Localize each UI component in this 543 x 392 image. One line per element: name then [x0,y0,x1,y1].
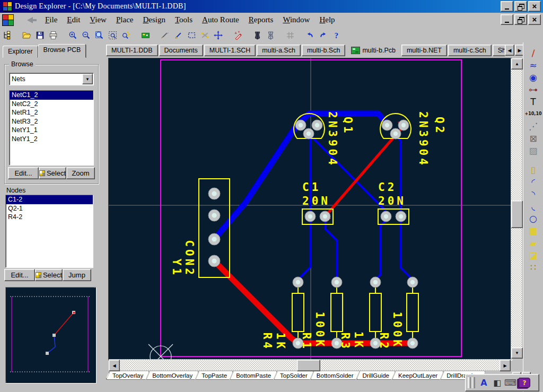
wand-icon[interactable] [231,29,244,41]
pcb-canvas[interactable]: C1 20N C2 20N Q1 2N3904 Q2 2N3904 Y1 CON… [109,58,511,359]
restore-button[interactable] [514,1,527,12]
label-c2-designator[interactable]: C2 [378,181,397,194]
label-r1-designator[interactable]: R1 [300,333,313,351]
place-pad-icon[interactable]: ⊶ [527,83,540,95]
route-line-icon[interactable] [172,29,185,41]
label-q2-comment[interactable]: 2N3904 [417,111,430,168]
net-item-netr3-2[interactable]: NetR3_2 [10,117,93,126]
doc-tab-sheet1-sch[interactable]: Sheet1.Sch [493,45,505,56]
label-r3-designator[interactable]: R3 [339,333,352,351]
help-book-icon[interactable]: ? [519,378,530,388]
doc-tab-multi-c-sch[interactable]: multi-c.Sch [448,45,492,56]
layer-tab-bottomoverlay[interactable]: BottomOverlay [146,371,198,380]
horizontal-scroll-thumb[interactable] [297,360,320,371]
node-item-r4-2[interactable]: R4-2 [6,213,93,222]
net-item-nety1-2[interactable]: NetY1_2 [10,135,93,144]
zoom-area-icon[interactable] [106,29,119,41]
net-item-netc1-2[interactable]: NetC1_2 [10,91,93,100]
menu-reports[interactable]: Reports [244,14,278,25]
explorer-panel-icon[interactable] [1,29,13,41]
horizontal-scrollbar[interactable] [109,360,511,370]
grid-icon[interactable] [284,29,296,41]
menu-design[interactable]: Design [138,14,170,25]
node-edit-button[interactable]: Edit... [4,269,35,281]
shield-dark-icon[interactable] [251,29,264,41]
place-coordinate-icon[interactable]: +10,10 [527,108,540,120]
menu-tools[interactable]: Tools [170,14,197,25]
label-r2-designator[interactable]: R2 [378,333,390,351]
shield-light-icon[interactable] [264,29,277,41]
label-r1-comment[interactable]: 100K [313,311,326,349]
doc-tab-multi-1-sch[interactable]: MULTI-1.SCH [204,45,256,56]
mdi-restore-button[interactable] [514,14,527,25]
doc-tab-scroll-left-button[interactable] [505,45,514,56]
layer-tab-keepoutlayer[interactable]: KeepOutLayer [392,371,443,380]
net-item-nety1-1[interactable]: NetY1_1 [10,126,93,135]
net-zoom-button[interactable]: Zoom [66,167,95,179]
place-arc-angle-icon[interactable]: ◟ [527,200,540,212]
net-edit-button[interactable]: Edit... [8,167,39,179]
place-split-plane-icon[interactable]: ◪ [527,249,540,261]
place-polygon-icon[interactable]: ▰ [527,237,540,249]
panel-tab-browse-pcb[interactable]: Browse PCB [38,44,86,58]
vertical-scrollbar[interactable] [511,58,522,359]
redo-icon[interactable] [317,29,329,41]
zoom-point-icon[interactable] [119,29,132,41]
place-wire-icon[interactable]: ≈ [527,59,540,71]
place-track-icon[interactable]: ∕ [527,47,540,59]
doc-tab-multi-b-pcb[interactable]: multi-b.Pcb [346,45,400,56]
doc-tab-multi-a-sch[interactable]: multi-a.Sch [257,45,301,56]
menu-view[interactable]: View [85,14,111,25]
save-icon[interactable] [33,29,46,41]
move-icon[interactable] [212,29,224,41]
menu-place[interactable]: Place [111,14,138,25]
zoom-in-icon[interactable] [66,29,79,41]
toolbar-grip[interactable] [468,377,471,388]
close-button[interactable] [528,1,541,12]
board-browser-icon[interactable] [139,29,152,41]
undo-icon[interactable] [303,29,316,41]
scroll-right-button[interactable] [500,360,511,371]
layer-tab-bottomsolder[interactable]: BottomSolder [311,371,360,380]
place-fill-icon[interactable]: ■ [527,224,540,237]
label-y1-comment[interactable]: CON2 [183,240,196,277]
deselect-icon[interactable] [198,29,211,41]
place-arc-edge-icon[interactable]: ◜ [527,176,540,188]
board-preview[interactable] [5,287,97,384]
vertical-scroll-thumb[interactable] [511,201,523,228]
place-fill-hatch-icon[interactable]: ▨ [527,144,540,156]
node-jump-button[interactable]: Jump [63,269,91,281]
net-item-netc2-2[interactable]: NetC2_2 [10,100,93,109]
mdi-close-button[interactable] [528,14,541,25]
label-r3-comment[interactable]: 1K [352,332,365,350]
node-item-c1-2[interactable]: C1-2 [6,195,93,204]
label-q1-comment[interactable]: 2N3904 [326,111,339,168]
zoom-out-icon[interactable] [80,29,92,41]
label-c1-designator[interactable]: C1 [302,181,321,194]
scroll-left-button[interactable] [109,360,120,371]
layer-tab-toppaste[interactable]: TopPaste [196,371,233,380]
place-component-icon[interactable]: ▯ [527,163,540,176]
net-item-netr1-2[interactable]: NetR1_2 [10,108,93,117]
place-circle-icon[interactable]: ○ [527,212,540,224]
place-keepout-icon[interactable]: ⊠ [527,132,540,144]
browse-mode-dropdown[interactable]: Nets [9,73,94,85]
place-pad-array-icon[interactable]: ∷ [527,261,540,273]
layer-tab-topsolder[interactable]: TopSolder [274,371,313,380]
menu-auto-route[interactable]: Auto Route [197,14,244,25]
keyboard-icon[interactable]: ⌨ [504,376,517,389]
label-q1-designator[interactable]: Q1 [341,117,354,135]
app-logo-icon[interactable] [3,2,12,11]
help-icon[interactable]: ? [330,29,343,41]
layer-tab-drillguide[interactable]: DrillGuide [357,371,396,380]
label-y1-designator[interactable]: Y1 [170,259,183,277]
node-item-q2-1[interactable]: Q2-1 [6,204,93,213]
print-icon[interactable] [47,29,59,41]
scroll-up-button[interactable] [511,58,523,69]
panel-tab-explorer[interactable]: Explorer [3,46,38,58]
find-text-icon[interactable]: A [477,376,491,389]
label-r2-comment[interactable]: 100K [391,311,404,349]
net-select-button[interactable]: Select [39,167,66,179]
menu-edit[interactable]: Edit [62,14,85,25]
doc-tab-documents[interactable]: Documents [159,45,203,56]
